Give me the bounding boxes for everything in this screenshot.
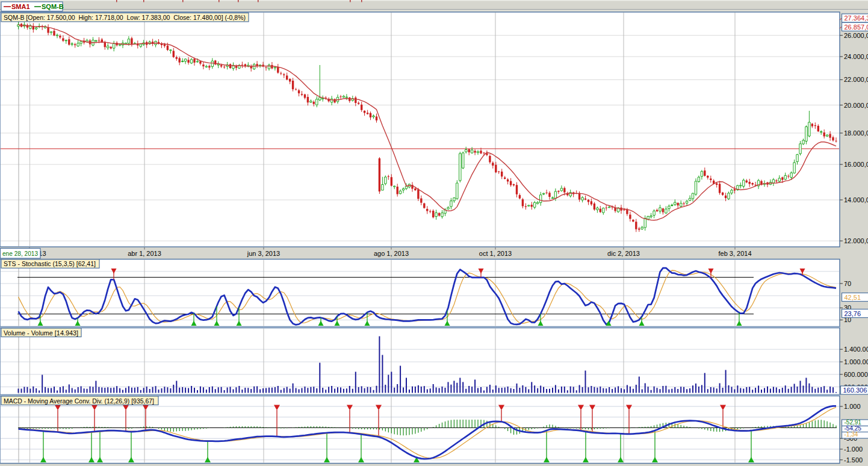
svg-text:SMA1: SMA1 — [11, 3, 30, 10]
svg-text:-1.500: -1.500 — [844, 456, 863, 464]
svg-text:dic 2, 2013: dic 2, 2013 — [607, 250, 640, 257]
svg-text:ene 28, 2013: ene 28, 2013 — [2, 250, 38, 257]
svg-text:160.306: 160.306 — [843, 387, 867, 394]
svg-text:600.000: 600.000 — [844, 371, 868, 378]
svg-text:23,76: 23,76 — [845, 310, 861, 317]
svg-text:26.857,0: 26.857,0 — [845, 23, 868, 31]
svg-text:27.364,3: 27.364,3 — [845, 14, 868, 22]
svg-text:26.000,0: 26.000,0 — [844, 32, 868, 39]
svg-text:1.400.000: 1.400.000 — [844, 346, 868, 353]
svg-text:-1.000: -1.000 — [844, 446, 863, 453]
svg-text:-52,91: -52,91 — [845, 419, 862, 426]
svg-text:SQM-B [Open: 17.500,00 High:: SQM-B [Open: 17.500,00 High: 17.718,00 L… — [4, 14, 246, 21]
svg-text:20.000,0: 20.000,0 — [844, 102, 868, 109]
svg-text:22.000,0: 22.000,0 — [844, 76, 868, 83]
svg-text:42,51: 42,51 — [845, 294, 861, 301]
svg-text:MACD - Moving Average Conv. Di: MACD - Moving Average Conv. Div. (12,26,… — [4, 397, 154, 405]
svg-text:12.000,0: 12.000,0 — [844, 237, 868, 244]
svg-text:16.000,0: 16.000,0 — [844, 161, 868, 168]
svg-text:STS - Stochastic (15,3,5) [62,: STS - Stochastic (15,3,5) [62,41] — [4, 260, 96, 267]
svg-text:1.000: 1.000 — [844, 403, 861, 410]
svg-text:-1,34: -1,34 — [845, 431, 858, 438]
svg-text:24.000,0: 24.000,0 — [844, 53, 868, 60]
svg-text:70: 70 — [844, 280, 851, 287]
svg-text:SQM-B: SQM-B — [42, 3, 64, 10]
svg-text:oct 1, 2013: oct 1, 2013 — [479, 250, 512, 257]
svg-text:14.000,0: 14.000,0 — [844, 196, 868, 203]
svg-text:abr 1, 2013: abr 1, 2013 — [128, 250, 161, 257]
svg-text:ago 1, 2013: ago 1, 2013 — [374, 250, 409, 257]
svg-text:feb 3, 2014: feb 3, 2014 — [718, 250, 751, 257]
svg-text:jun 3, 2013: jun 3, 2013 — [247, 250, 280, 257]
svg-text:18.000,0: 18.000,0 — [844, 129, 868, 137]
svg-text:1.000.000: 1.000.000 — [844, 358, 868, 365]
svg-text:Volume - Volume [14.943]: Volume - Volume [14.943] — [4, 329, 78, 337]
